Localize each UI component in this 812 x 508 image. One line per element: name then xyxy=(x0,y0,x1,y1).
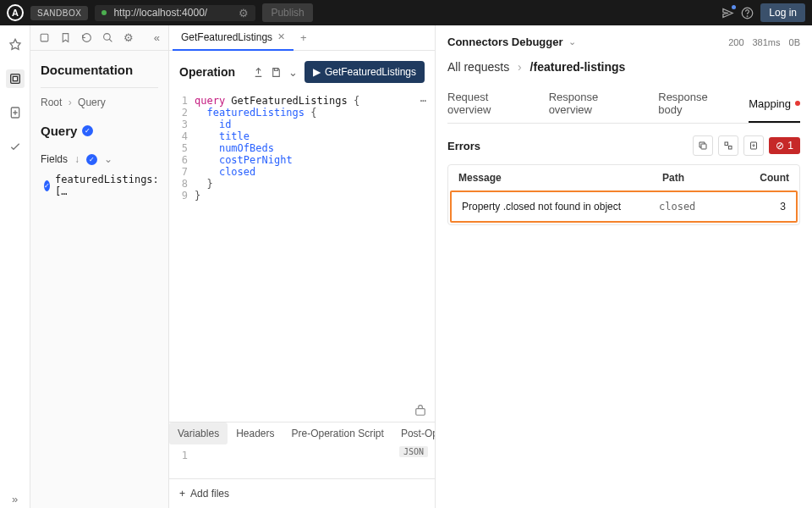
svg-rect-2 xyxy=(10,75,19,84)
rail-checks-icon[interactable] xyxy=(6,137,25,156)
close-tab-icon[interactable]: ✕ xyxy=(277,31,285,42)
doc-breadcrumb: Root › Query xyxy=(41,97,158,108)
debugger-panel: Connectors Debugger ⌄ 200 381ms 0B All r… xyxy=(436,25,812,508)
field-name: featuredListings: [… xyxy=(55,174,159,197)
error-count: 1 xyxy=(787,140,793,152)
error-row[interactable]: Property .closed not found in object clo… xyxy=(450,190,798,223)
svg-rect-5 xyxy=(41,34,48,41)
tab-label: GetFeaturedListings xyxy=(181,31,272,43)
add-files-label: Add files xyxy=(190,488,229,500)
errors-heading: Errors xyxy=(447,140,480,152)
preop-script-tab[interactable]: Pre-Operation Script xyxy=(283,422,392,444)
error-path: closed xyxy=(659,201,743,213)
postop-script-tab[interactable]: Post-Operation Scri xyxy=(392,422,435,444)
debugger-dropdown-icon[interactable]: ⌄ xyxy=(568,36,576,47)
line-number: 1 xyxy=(169,450,195,461)
svg-rect-7 xyxy=(274,68,277,70)
share-icon[interactable] xyxy=(253,67,264,78)
add-files-button[interactable]: + Add files xyxy=(169,478,435,508)
save-icon[interactable] xyxy=(271,67,282,78)
variables-tab[interactable]: Variables xyxy=(169,422,228,444)
endpoint-url-input[interactable] xyxy=(113,7,232,19)
fields-label: Fields xyxy=(41,153,68,165)
svg-rect-9 xyxy=(701,144,706,149)
doc-schema-icon[interactable] xyxy=(39,32,50,43)
error-message: Property .closed not found in object xyxy=(462,201,659,213)
errors-table: Message Path Count Property .closed not … xyxy=(447,164,800,225)
field-item[interactable]: ✓ featuredListings: [… xyxy=(41,174,158,197)
breadcrumb-current: Query xyxy=(78,97,106,108)
error-count-badge: ⊘ 1 xyxy=(769,137,800,154)
operation-title: Operation xyxy=(179,65,235,79)
graphql-editor[interactable]: ⋯ 1query GetFeaturedListings {2 featured… xyxy=(169,91,435,422)
documentation-title: Documentation xyxy=(41,63,158,77)
add-tab-button[interactable]: + xyxy=(294,31,314,44)
chevron-down-icon[interactable]: ⌄ xyxy=(104,153,112,165)
rail-diff-icon[interactable] xyxy=(6,103,25,122)
json-badge[interactable]: JSON xyxy=(399,446,428,457)
svg-rect-8 xyxy=(416,409,425,416)
sort-icon[interactable]: ↓ xyxy=(74,153,80,165)
svg-rect-10 xyxy=(725,142,728,146)
current-request: /featured-listings xyxy=(530,60,626,74)
rail-explorer-icon[interactable] xyxy=(6,36,25,54)
login-button[interactable]: Log in xyxy=(760,3,805,22)
notifications-icon[interactable] xyxy=(721,7,734,19)
col-message-header: Message xyxy=(458,172,662,184)
response-body-tab[interactable]: Response body xyxy=(658,86,733,123)
mapping-tab-label: Mapping xyxy=(749,97,791,110)
collapse-panel-icon[interactable]: « xyxy=(154,31,160,44)
editor-prettify-icon[interactable] xyxy=(414,405,426,417)
download-errors-icon[interactable] xyxy=(743,135,764,156)
field-checked-icon: ✓ xyxy=(44,180,50,191)
size: 0B xyxy=(789,37,800,47)
copy-errors-icon[interactable] xyxy=(693,135,713,156)
error-count-cell: 3 xyxy=(743,201,786,213)
operation-tab[interactable]: GetFeaturedListings ✕ xyxy=(173,25,294,51)
svg-rect-3 xyxy=(13,76,17,80)
plus-icon: + xyxy=(179,488,185,500)
headers-tab[interactable]: Headers xyxy=(228,422,283,444)
chevron-down-icon[interactable]: ⌄ xyxy=(288,66,298,79)
query-type-heading: Query xyxy=(41,124,77,138)
svg-rect-11 xyxy=(729,146,732,150)
select-all-icon[interactable]: ✓ xyxy=(86,154,97,165)
breadcrumb-root[interactable]: Root xyxy=(41,97,62,108)
col-path-header: Path xyxy=(662,172,747,184)
run-operation-button[interactable]: ▶ GetFeaturedListings xyxy=(304,61,425,83)
error-indicator-dot xyxy=(795,101,800,106)
endpoint-settings-icon[interactable]: ⚙ xyxy=(239,7,249,19)
response-overview-tab[interactable]: Response overview xyxy=(549,86,644,123)
play-icon: ▶ xyxy=(313,66,321,78)
status-code: 200 xyxy=(728,37,743,47)
variables-editor[interactable]: 1 JSON xyxy=(169,444,435,478)
publish-button[interactable]: Publish xyxy=(262,3,312,22)
rail-schema-icon[interactable] xyxy=(6,69,25,88)
apollo-logo[interactable]: A xyxy=(7,4,24,21)
sandbox-badge: SANDBOX xyxy=(30,6,88,20)
run-label: GetFeaturedListings xyxy=(325,66,416,78)
request-overview-tab[interactable]: Request overview xyxy=(447,86,534,123)
check-badge-icon: ✓ xyxy=(82,125,93,136)
debugger-title: Connectors Debugger xyxy=(447,36,563,48)
expand-errors-icon[interactable] xyxy=(718,135,738,156)
error-icon: ⊘ xyxy=(776,140,784,152)
editor-menu-icon[interactable]: ⋯ xyxy=(420,95,426,107)
url-bar[interactable]: ⚙ xyxy=(95,5,255,21)
operation-panel: GetFeaturedListings ✕ + Operation ⌄ ▶ Ge… xyxy=(169,25,436,508)
all-requests-link[interactable]: All requests xyxy=(447,60,509,74)
svg-point-1 xyxy=(747,15,748,16)
bookmark-icon[interactable] xyxy=(60,32,71,43)
history-icon[interactable] xyxy=(81,32,92,43)
svg-point-6 xyxy=(104,34,111,41)
mapping-tab[interactable]: Mapping xyxy=(749,86,800,123)
latency: 381ms xyxy=(753,37,781,47)
help-icon[interactable] xyxy=(741,7,754,19)
settings-icon[interactable]: ⚙ xyxy=(123,31,134,44)
col-count-header: Count xyxy=(747,172,789,184)
rail-expand-icon[interactable]: » xyxy=(6,489,25,508)
search-icon[interactable] xyxy=(102,32,113,43)
connection-status-dot xyxy=(102,10,107,15)
documentation-panel: ⚙ « Documentation Root › Query Query ✓ F… xyxy=(30,25,169,508)
